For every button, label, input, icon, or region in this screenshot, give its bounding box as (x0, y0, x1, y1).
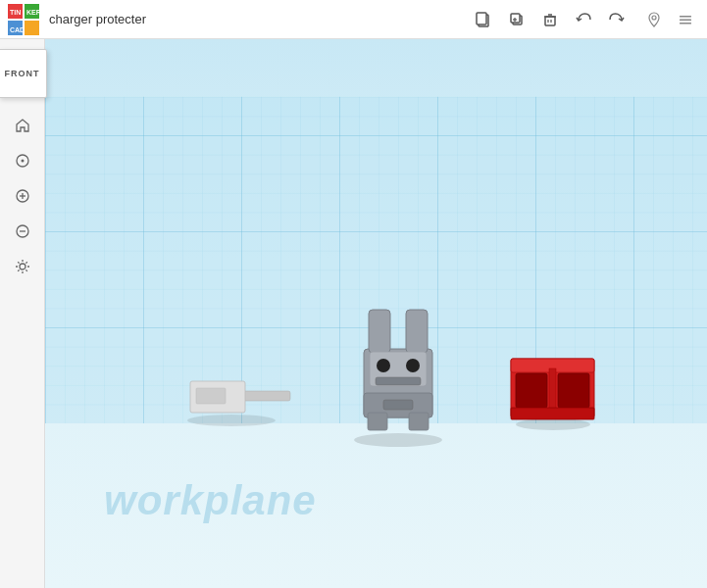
delete-button[interactable] (536, 6, 564, 33)
viewport[interactable]: workplane (45, 39, 707, 588)
cube-face-front: FRONT (0, 49, 47, 98)
copy-button[interactable] (470, 6, 497, 33)
usb-connector-object[interactable] (182, 364, 300, 436)
svg-point-43 (406, 359, 420, 372)
robot-charger-object[interactable] (334, 295, 462, 456)
svg-rect-19 (680, 16, 691, 18)
workplane-label: workplane (104, 477, 317, 524)
svg-text:KER: KER (26, 9, 39, 16)
svg-text:CAD: CAD (10, 26, 25, 33)
svg-rect-21 (680, 23, 691, 24)
svg-point-37 (354, 433, 442, 447)
duplicate-button[interactable] (503, 6, 530, 33)
tinkercad-logo: TIN KER CAD (8, 4, 39, 35)
svg-rect-3 (25, 21, 39, 35)
redo-button[interactable] (603, 6, 631, 33)
header-right-icons (640, 6, 699, 33)
svg-text:TIN: TIN (10, 9, 21, 16)
svg-point-18 (652, 16, 656, 20)
svg-point-29 (20, 264, 25, 270)
app-title: charger protecter (49, 12, 460, 26)
view-cube[interactable]: FRONT (0, 47, 49, 100)
home-view-button[interactable] (9, 112, 36, 139)
undo-button[interactable] (570, 6, 597, 33)
zoom-in-button[interactable] (9, 182, 36, 210)
location-icon[interactable] (640, 6, 668, 33)
header: TIN KER CAD charger protecter (0, 0, 707, 39)
svg-point-49 (516, 418, 590, 430)
svg-rect-35 (196, 388, 226, 404)
svg-rect-47 (409, 413, 429, 430)
left-sidebar: FRONT (0, 39, 45, 588)
menu-icon[interactable] (672, 6, 699, 33)
svg-rect-54 (549, 368, 556, 413)
svg-rect-55 (511, 408, 594, 419)
zoom-out-button[interactable] (9, 218, 36, 245)
svg-rect-53 (558, 373, 589, 408)
svg-rect-40 (406, 310, 428, 353)
red-box-object[interactable] (506, 354, 599, 436)
settings-button[interactable] (9, 253, 36, 280)
svg-rect-20 (680, 19, 691, 21)
svg-rect-52 (516, 373, 547, 408)
svg-rect-39 (369, 310, 390, 353)
svg-rect-8 (477, 13, 486, 24)
svg-point-23 (21, 160, 24, 163)
main-area: FRONT (0, 39, 707, 588)
svg-rect-33 (241, 391, 290, 401)
svg-rect-46 (368, 413, 387, 430)
fit-view-button[interactable] (9, 147, 36, 174)
svg-rect-48 (383, 400, 413, 410)
svg-rect-44 (376, 377, 421, 385)
toolbar (470, 6, 631, 33)
svg-point-36 (187, 415, 276, 426)
svg-point-42 (377, 359, 390, 372)
svg-rect-13 (545, 17, 555, 25)
